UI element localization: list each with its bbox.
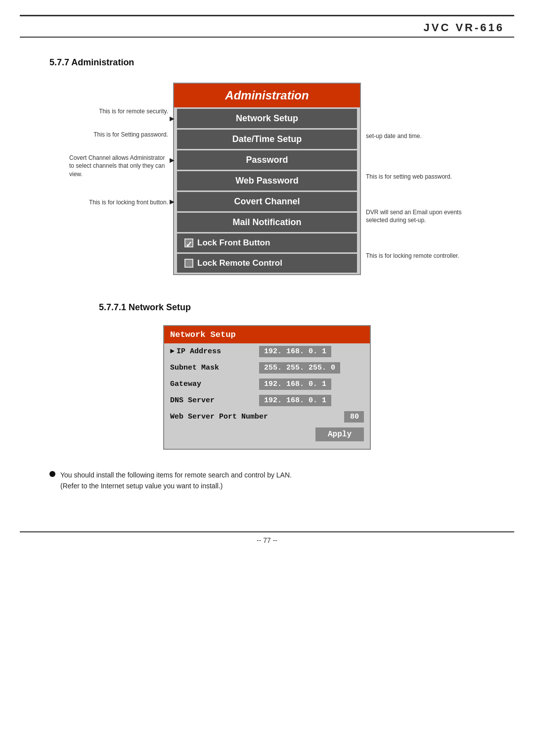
gateway-value[interactable]: 192. 168. 0. 1 (259, 378, 331, 390)
bullet-dot (49, 471, 55, 477)
subnet-mask-label: Subnet Mask (170, 364, 259, 372)
dns-server-value[interactable]: 192. 168. 0. 1 (259, 395, 331, 406)
ip-address-arrow: ► (170, 347, 175, 356)
right-ann-2-text: This is for setting web password. (366, 173, 452, 180)
menu-covert-label: Covert Channel (234, 196, 300, 206)
menu-password-label: Password (246, 155, 288, 165)
note-section: You should install the following items f… (49, 470, 485, 492)
network-setup-title: Network Setup (164, 326, 370, 343)
gateway-label: Gateway (170, 380, 259, 388)
menu-datetime-setup[interactable]: Date/Time Setup (177, 130, 357, 149)
gateway-row: Gateway 192. 168. 0. 1 (164, 376, 370, 392)
menu-mail-label: Mail Notification (233, 217, 302, 227)
note-bullet: You should install the following items f… (49, 470, 485, 492)
note-sub: (Refer to the Internet setup value you w… (60, 482, 222, 490)
admin-diagram: This is for remote security. This is for… (20, 83, 514, 278)
web-server-port-label: Web Server Port Number (170, 413, 344, 421)
network-setup-container: Network Setup ► IP Address 192. 168. 0. … (20, 325, 514, 450)
apply-button[interactable]: Apply (315, 427, 364, 441)
right-ann-4-text: This is for locking remote controller. (366, 252, 459, 259)
web-server-port-row: Web Server Port Number 80 (164, 409, 370, 425)
right-ann-3: DVR will send an Email upon events selec… (366, 208, 465, 225)
right-ann-4: This is for locking remote controller. (366, 252, 465, 260)
left-ann-4: This is for locking front button. (89, 198, 168, 207)
left-ann-4-text: This is for locking front button. (89, 199, 168, 206)
page-number: -- 77 -- (0, 532, 534, 548)
note-text: You should install the following items f… (60, 470, 292, 492)
note-main: You should install the following items f… (60, 471, 292, 479)
subnet-mask-row: Subnet Mask 255. 255. 255. 0 (164, 360, 370, 376)
admin-menu-box: Administration ► Network Setup Date/Time… (173, 83, 361, 275)
menu-network-setup-label: Network Setup (236, 113, 298, 123)
arrow-password: ► (168, 156, 176, 165)
lock-front-label: Lock Front Button (197, 238, 270, 248)
header-rule (20, 37, 514, 38)
arrow-network: ► (168, 114, 176, 123)
lock-remote-checkbox[interactable] (184, 259, 193, 268)
ip-address-row: ► IP Address 192. 168. 0. 1 (164, 343, 370, 360)
dns-server-row: DNS Server 192. 168. 0. 1 (164, 392, 370, 409)
right-ann-1-text: set-up date and time. (366, 133, 422, 140)
web-server-port-value[interactable]: 80 (344, 411, 364, 423)
network-setup-box: Network Setup ► IP Address 192. 168. 0. … (163, 325, 371, 450)
lock-front-checkbox[interactable]: ✓ (184, 238, 193, 247)
admin-title: Administration (174, 84, 360, 107)
left-ann-2-text: This is for Setting password. (93, 131, 168, 138)
section-heading-admin: 5.7.7 Administration (49, 57, 534, 68)
menu-network-setup[interactable]: ► Network Setup (177, 109, 357, 128)
dns-server-label: DNS Server (170, 396, 259, 405)
menu-mail-notification[interactable]: Mail Notification (177, 213, 357, 232)
left-ann-3-text: Covert Channel allows Administrator to s… (69, 154, 165, 178)
menu-datetime-label: Date/Time Setup (232, 134, 302, 144)
menu-web-password-label: Web Password (235, 176, 299, 186)
ip-address-value[interactable]: 192. 168. 0. 1 (259, 346, 331, 357)
apply-row: Apply (164, 425, 370, 444)
menu-covert-channel[interactable]: ► Covert Channel (177, 192, 357, 211)
right-annotations: set-up date and time. This is for settin… (366, 83, 465, 278)
menu-password[interactable]: ► Password (177, 150, 357, 170)
menu-lock-front[interactable]: ✓ Lock Front Button (177, 234, 357, 252)
section-heading-network: 5.7.7.1 Network Setup (99, 302, 534, 313)
lock-remote-label: Lock Remote Control (197, 258, 282, 268)
right-ann-2: This is for setting web password. (366, 173, 465, 181)
menu-lock-remote[interactable]: Lock Remote Control (177, 254, 357, 273)
left-ann-1-text: This is for remote security. (99, 108, 168, 115)
arrow-covert: ► (168, 197, 176, 206)
left-ann-2: This is for Setting password. (93, 131, 168, 139)
brand-header: JVC VR-616 (0, 16, 534, 37)
menu-web-password[interactable]: Web Password (177, 171, 357, 190)
left-ann-3: Covert Channel allows Administrator to s… (69, 154, 168, 179)
right-ann-1: set-up date and time. (366, 132, 465, 141)
ip-address-label: ► IP Address (170, 347, 259, 356)
subnet-mask-value[interactable]: 255. 255. 255. 0 (259, 362, 340, 374)
left-ann-1: This is for remote security. (99, 107, 168, 116)
left-annotations: This is for remote security. This is for… (69, 83, 168, 217)
right-ann-3-text: DVR will send an Email upon events selec… (366, 209, 461, 224)
